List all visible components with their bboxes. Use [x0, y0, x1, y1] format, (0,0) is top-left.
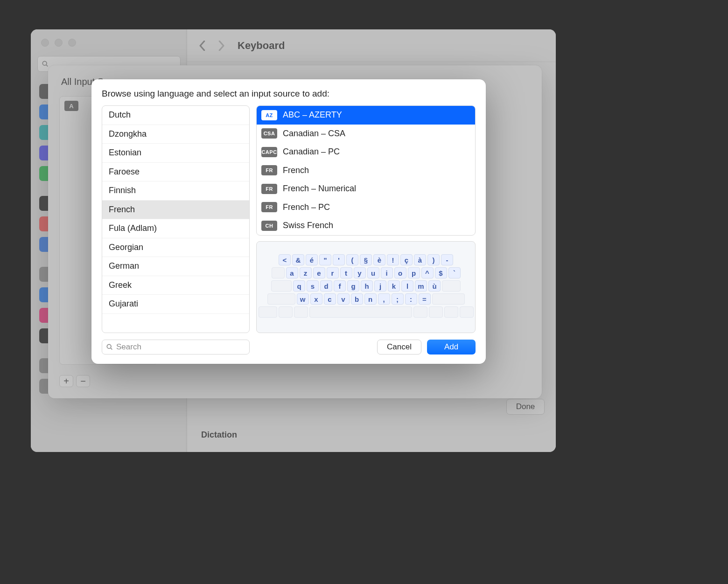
svg-line-3 — [111, 348, 112, 349]
keyboard-key: è — [373, 254, 385, 265]
input-source-label: French – Numerical — [283, 184, 356, 194]
svg-point-2 — [107, 344, 111, 348]
input-source-label: Canadian – CSA — [283, 129, 345, 139]
keyboard-key: f — [334, 280, 346, 292]
input-source-badge: CH — [261, 221, 277, 231]
input-source-badge: FR — [261, 165, 277, 175]
keyboard-key: z — [300, 267, 312, 278]
input-source-label: French – PC — [283, 202, 330, 212]
language-item[interactable]: Faroese — [102, 163, 249, 182]
modifier-key — [279, 306, 293, 318]
add-input-source-modal: Browse using language and select an inpu… — [91, 79, 486, 364]
add-button[interactable]: Add — [427, 340, 476, 355]
input-source-item[interactable]: AZABC – AZERTY — [257, 106, 475, 125]
input-source-label: Canadian – PC — [283, 147, 340, 157]
keyboard-key: ) — [427, 254, 440, 265]
keyboard-key: g — [347, 280, 359, 292]
keyboard-key: s — [307, 280, 319, 292]
modifier-key — [294, 306, 308, 318]
modifier-key — [259, 306, 277, 318]
keyboard-key: j — [374, 280, 386, 292]
input-source-label: French — [283, 166, 309, 175]
keyboard-key: k — [388, 280, 400, 292]
modifier-key — [267, 293, 295, 305]
keyboard-key: ù — [428, 280, 441, 292]
keyboard-key: é — [306, 254, 318, 265]
modifier-key — [272, 267, 285, 278]
keyboard-key: , — [378, 293, 390, 305]
input-source-badge: FR — [261, 202, 277, 212]
keyboard-key: u — [367, 267, 379, 278]
modifier-key — [442, 280, 461, 292]
keyboard-key: b — [351, 293, 363, 305]
language-item[interactable]: Dutch — [102, 106, 249, 125]
keyboard-key: & — [292, 254, 304, 265]
keyboard-key: ' — [333, 254, 345, 265]
keyboard-key: a — [286, 267, 298, 278]
keyboard-key: l — [401, 280, 413, 292]
keyboard-preview: <&é"'(§è!çà)-azertyuiop^$`qsdfghjklmùwxc… — [256, 241, 476, 334]
keyboard-key: d — [320, 280, 332, 292]
keyboard-key: - — [441, 254, 453, 265]
input-source-item[interactable]: FRFrench — [257, 161, 475, 180]
keyboard-key: ^ — [421, 267, 434, 278]
language-list[interactable]: DutchDzongkhaEstonianFaroeseFinnishFrenc… — [102, 105, 250, 333]
keyboard-key: ! — [387, 254, 399, 265]
input-source-badge: FR — [261, 184, 277, 194]
keyboard-key: § — [360, 254, 372, 265]
language-item[interactable]: Finnish — [102, 181, 249, 201]
input-source-item[interactable]: CSACanadian – CSA — [257, 125, 475, 143]
keyboard-key: t — [340, 267, 352, 278]
modifier-key — [309, 306, 412, 318]
language-item[interactable]: Gujarati — [102, 295, 249, 314]
input-source-item[interactable]: CHSwiss French — [257, 216, 475, 235]
modal-search-input[interactable]: Search — [102, 340, 250, 355]
input-source-item[interactable]: CAPCCanadian – PC — [257, 143, 475, 161]
keyboard-key: p — [408, 267, 420, 278]
keyboard-row: qsdfghjklmù — [271, 280, 461, 292]
language-item[interactable]: Dzongkha — [102, 125, 249, 144]
search-icon — [106, 343, 113, 351]
input-source-label: Swiss French — [283, 221, 333, 230]
keyboard-key: à — [414, 254, 426, 265]
keyboard-key: v — [337, 293, 350, 305]
input-source-list[interactable]: AZABC – AZERTYCSACanadian – CSACAPCCanad… — [256, 105, 476, 236]
keyboard-key: x — [310, 293, 322, 305]
keyboard-key: " — [319, 254, 331, 265]
language-item[interactable]: Fula (Adlam) — [102, 219, 249, 238]
modal-title: Browse using language and select an inpu… — [102, 89, 476, 99]
keyboard-key: < — [279, 254, 291, 265]
input-source-badge: AZ — [261, 110, 277, 120]
keyboard-key: ` — [448, 267, 461, 278]
cancel-button[interactable]: Cancel — [377, 340, 421, 355]
keyboard-key: r — [327, 267, 339, 278]
language-item[interactable]: French — [102, 201, 249, 220]
keyboard-row: azertyuiop^$` — [272, 267, 461, 278]
modifier-key — [413, 306, 427, 318]
modifier-key — [460, 306, 474, 318]
keyboard-key: e — [313, 267, 325, 278]
input-source-item[interactable]: FRFrench – Numerical — [257, 180, 475, 198]
language-item[interactable]: German — [102, 257, 249, 276]
search-placeholder: Search — [116, 342, 141, 352]
language-item[interactable]: Greek — [102, 276, 249, 295]
keyboard-key: m — [415, 280, 427, 292]
keyboard-key: ; — [392, 293, 404, 305]
modifier-key — [444, 306, 458, 318]
modifier-key — [271, 280, 292, 292]
keyboard-key: w — [297, 293, 309, 305]
keyboard-key: y — [354, 267, 366, 278]
modifier-key — [432, 293, 465, 305]
keyboard-row: wxcvbn,;:= — [267, 293, 465, 305]
input-source-badge: CSA — [261, 128, 277, 139]
input-source-item[interactable]: FRFrench – PC — [257, 198, 475, 217]
keyboard-key: ç — [400, 254, 413, 265]
language-item[interactable]: Georgian — [102, 238, 249, 257]
keyboard-key: q — [293, 280, 305, 292]
keyboard-key: h — [361, 280, 373, 292]
input-source-label: ABC – AZERTY — [283, 110, 342, 120]
keyboard-key: = — [419, 293, 431, 305]
modifier-key — [429, 306, 443, 318]
language-item[interactable]: Estonian — [102, 144, 249, 163]
keyboard-row — [259, 306, 474, 318]
